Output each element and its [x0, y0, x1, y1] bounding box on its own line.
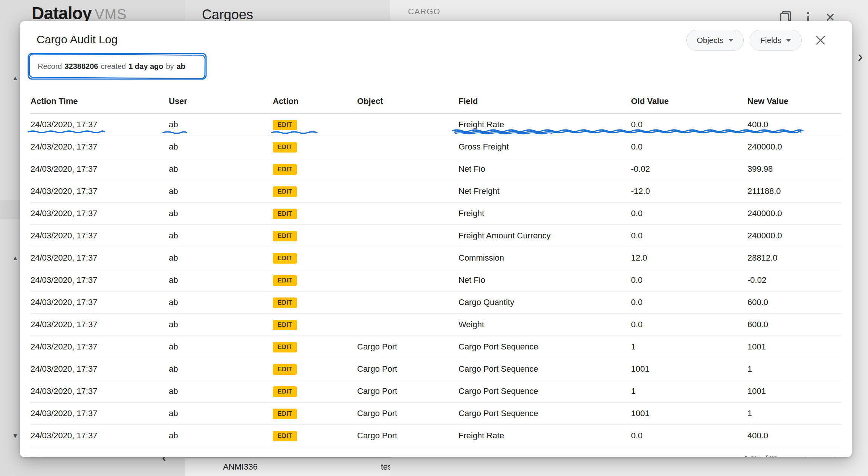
edit-action-badge: EDIT [273, 320, 297, 330]
objects-button-label: Objects [697, 36, 723, 45]
cell-field: Cargo Quantity [458, 298, 631, 307]
edit-action-badge: EDIT [273, 253, 297, 264]
cell-field: Weight [458, 320, 631, 330]
cell-action: EDIT [273, 430, 357, 441]
cell-field: Freight [458, 209, 631, 218]
record-user: ab [177, 62, 185, 71]
cell-old-value: 0.0 [631, 120, 747, 130]
cell-object: Cargo Port [357, 342, 458, 352]
audit-log-row: 24/03/2020, 17:37 ab EDIT Commission 12.… [31, 247, 841, 269]
cell-new-value: 1001 [747, 342, 841, 352]
edit-action-badge: EDIT [273, 164, 297, 175]
cell-new-value: 600.0 [747, 320, 841, 330]
cell-user: ab [169, 253, 273, 263]
edit-action-badge: EDIT [273, 231, 297, 241]
cell-object: Cargo Port [357, 431, 458, 441]
cell-new-value: 211188.0 [747, 186, 841, 196]
cell-new-value: 400.0 [747, 120, 841, 130]
audit-log-row: 24/03/2020, 17:37 ab EDIT Freight Amount… [31, 225, 841, 247]
cell-object: Cargo Port [357, 386, 458, 396]
cargo-audit-log-modal: Cargo Audit Log Objects Fields Record 32… [20, 21, 852, 457]
cell-user: ab [169, 164, 273, 174]
pagination-bar: 1-15 of 61 ‹ › [20, 453, 841, 457]
cell-action: EDIT [273, 275, 357, 286]
cell-field: Net Freight [458, 186, 631, 196]
audit-log-row: 24/03/2020, 17:37 ab EDIT Cargo Port Car… [31, 403, 841, 425]
column-header-action: Action [273, 96, 357, 106]
objects-filter-button[interactable]: Objects [686, 30, 744, 51]
edit-action-badge: EDIT [273, 409, 297, 419]
cell-action: EDIT [273, 230, 357, 241]
cell-action-time: 24/03/2020, 17:37 [31, 364, 169, 374]
record-prefix: Record [38, 62, 62, 71]
chevron-down-icon [786, 39, 791, 42]
cell-user: ab [169, 364, 273, 374]
edit-action-badge: EDIT [273, 342, 297, 352]
cell-field: Cargo Port Sequence [458, 342, 631, 352]
cell-user: ab [169, 298, 273, 307]
cell-action: EDIT [273, 253, 357, 264]
cell-new-value: 28812.0 [747, 253, 841, 263]
cell-user: ab [169, 431, 273, 441]
cell-user: ab [169, 409, 273, 418]
cell-action-time: 24/03/2020, 17:37 [31, 342, 169, 352]
cell-user: ab [169, 342, 273, 352]
fields-filter-button[interactable]: Fields [750, 30, 802, 51]
column-header-user: User [169, 96, 273, 106]
next-page-button[interactable]: › [826, 453, 841, 457]
cell-old-value: 0.0 [631, 209, 747, 218]
cell-action-time: 24/03/2020, 17:37 [31, 431, 169, 441]
table-header-row: Action Time User Action Object Field Old… [31, 89, 841, 114]
cell-old-value: 0.0 [631, 231, 747, 241]
audit-log-row: 24/03/2020, 17:37 ab EDIT Cargo Port Car… [31, 358, 841, 380]
cell-action: EDIT [273, 386, 357, 397]
close-icon [815, 35, 826, 46]
cell-field: Cargo Port Sequence [458, 364, 631, 374]
cell-new-value: 240000.0 [747, 142, 841, 152]
edit-action-badge: EDIT [273, 120, 297, 130]
cell-action-time: 24/03/2020, 17:37 [31, 275, 169, 285]
modal-title: Cargo Audit Log [37, 33, 118, 46]
column-header-object: Object [357, 96, 458, 106]
cell-field: Net Fio [458, 164, 631, 174]
cell-action: EDIT [273, 119, 357, 130]
record-time-ago: 1 day ago [128, 62, 163, 71]
cell-user: ab [169, 120, 273, 130]
cell-old-value: 0.0 [631, 275, 747, 285]
audit-log-row: 24/03/2020, 17:37 ab EDIT Weight 0.0 600… [31, 314, 841, 336]
cell-action-time: 24/03/2020, 17:37 [31, 142, 169, 152]
cell-action: EDIT [273, 408, 357, 419]
column-header-field: Field [458, 96, 631, 106]
audit-log-row: 24/03/2020, 17:37 ab EDIT Gross Freight … [31, 136, 841, 158]
cell-action: EDIT [273, 164, 357, 175]
cell-action: EDIT [273, 142, 357, 153]
cell-user: ab [169, 386, 273, 396]
cell-old-value: 1001 [631, 364, 747, 374]
cell-old-value: 1 [631, 342, 747, 352]
cell-field: Net Fio [458, 275, 631, 285]
cell-field: Commission [458, 253, 631, 263]
close-modal-button[interactable] [811, 31, 830, 49]
cell-old-value: 1 [631, 386, 747, 396]
cell-user: ab [169, 186, 273, 196]
cell-new-value: 400.0 [747, 431, 841, 441]
cell-action-time: 24/03/2020, 17:37 [31, 386, 169, 396]
cell-new-value: 600.0 [747, 298, 841, 307]
edit-action-badge: EDIT [273, 298, 297, 308]
previous-page-button[interactable]: ‹ [799, 453, 814, 457]
cell-field: Cargo Port Sequence [458, 409, 631, 418]
cell-new-value: 399.98 [747, 164, 841, 174]
cell-new-value: -0.02 [747, 275, 841, 285]
cell-new-value: 1 [747, 409, 841, 418]
cell-action-time: 24/03/2020, 17:37 [31, 120, 169, 130]
cell-field: Freight Amount Currency [458, 231, 631, 241]
cell-user: ab [169, 320, 273, 330]
cell-field: Freight Rate [458, 120, 631, 130]
audit-log-row: 24/03/2020, 17:37 ab EDIT Net Fio -0.02 … [31, 158, 841, 180]
cell-field: Cargo Port Sequence [458, 386, 631, 396]
cell-new-value: 1 [747, 364, 841, 374]
audit-log-row: 24/03/2020, 17:37 ab EDIT Cargo Port Fre… [31, 425, 841, 447]
cell-action: EDIT [273, 342, 357, 352]
cell-action: EDIT [273, 208, 357, 219]
column-header-action-time: Action Time [31, 96, 169, 106]
